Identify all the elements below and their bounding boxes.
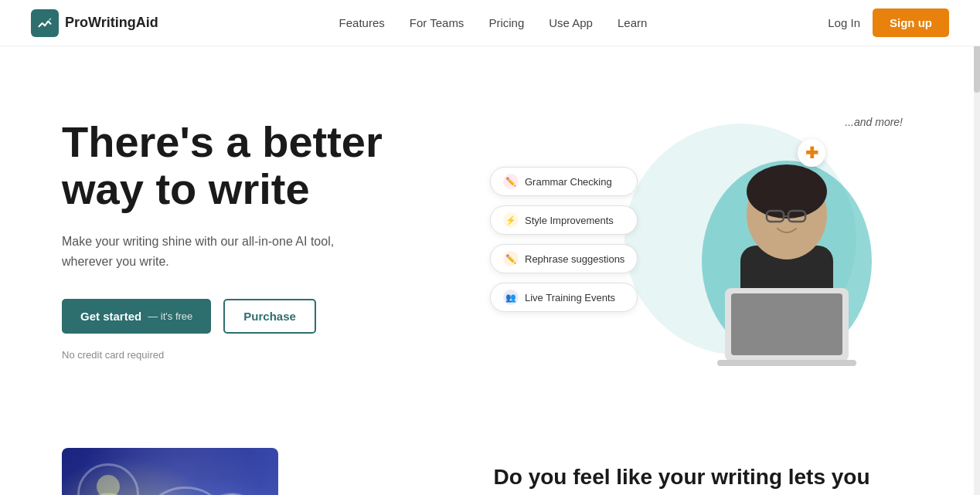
brand-logo-icon bbox=[31, 9, 59, 37]
login-button[interactable]: Log In bbox=[828, 16, 860, 29]
feature-pills: ✏️ Grammar Checking ⚡ Style Improvements… bbox=[490, 167, 638, 312]
brand-name: ProWritingAid bbox=[65, 15, 158, 31]
hero-title: There's a better way to write bbox=[62, 118, 464, 213]
pill-style-label: Style Improvements bbox=[525, 215, 614, 226]
hero-visual: ...and more! ✚ ✏️ Grammar Checking ⚡ Sty… bbox=[490, 93, 918, 386]
svg-rect-9 bbox=[717, 360, 856, 366]
plus-icon: ✚ bbox=[805, 144, 818, 162]
nav-link-learn[interactable]: Learn bbox=[618, 16, 647, 29]
section2-text: Do you feel like your writing lets you d… bbox=[494, 448, 918, 495]
svg-point-10 bbox=[97, 475, 120, 495]
add-icon-badge: ✚ bbox=[798, 139, 825, 167]
hero-title-line2: way to write bbox=[62, 164, 310, 213]
hero-person-figure bbox=[694, 107, 880, 372]
pill-training: 👥 Live Training Events bbox=[490, 283, 638, 312]
pill-training-label: Live Training Events bbox=[525, 292, 615, 303]
svg-rect-8 bbox=[731, 293, 842, 355]
nav-link-features[interactable]: Features bbox=[339, 16, 385, 29]
no-credit-card-text: No credit card required bbox=[62, 349, 464, 361]
section2: My idea in my head Do you feel like your… bbox=[0, 417, 980, 495]
pill-grammar-label: Grammar Checking bbox=[525, 176, 612, 188]
get-started-button[interactable]: Get started — it's free bbox=[62, 299, 211, 334]
section2-title: Do you feel like your writing lets you d… bbox=[494, 463, 918, 495]
rephrase-icon: ✏️ bbox=[503, 251, 519, 266]
scrollbar[interactable] bbox=[974, 0, 980, 495]
hero-text: There's a better way to write Make your … bbox=[62, 118, 464, 361]
pill-grammar: ✏️ Grammar Checking bbox=[490, 167, 638, 196]
hero-section: There's a better way to write Make your … bbox=[0, 46, 980, 417]
hero-subtitle: Make your writing shine with our all-in-… bbox=[62, 232, 356, 271]
get-started-label: Get started bbox=[80, 310, 141, 323]
hero-buttons: Get started — it's free Purchase bbox=[62, 299, 464, 334]
nav-item-for-teams[interactable]: For Teams bbox=[410, 16, 464, 30]
section2-visual: My idea in my head bbox=[62, 448, 447, 495]
nav-actions: Log In Sign up bbox=[828, 8, 949, 37]
purchase-button[interactable]: Purchase bbox=[223, 299, 316, 334]
style-icon: ⚡ bbox=[503, 212, 519, 228]
nav-link-pricing[interactable]: Pricing bbox=[488, 16, 524, 29]
svg-point-3 bbox=[747, 164, 827, 219]
training-icon: 👥 bbox=[503, 290, 519, 305]
nav-item-pricing[interactable]: Pricing bbox=[488, 16, 524, 30]
nav-item-features[interactable]: Features bbox=[339, 16, 385, 30]
navbar: ProWritingAid Features For Teams Pricing… bbox=[0, 0, 980, 46]
pill-rephrase-label: Rephrase suggestions bbox=[525, 253, 624, 265]
brand[interactable]: ProWritingAid bbox=[31, 9, 158, 37]
hero-title-line1: There's a better bbox=[62, 117, 383, 166]
free-label: — it's free bbox=[148, 310, 192, 322]
nav-menu: Features For Teams Pricing Use App Learn bbox=[339, 16, 648, 30]
pill-rephrase: ✏️ Rephrase suggestions bbox=[490, 244, 638, 273]
painting-card-main bbox=[62, 448, 278, 495]
pill-style: ⚡ Style Improvements bbox=[490, 205, 638, 235]
nav-item-use-app[interactable]: Use App bbox=[549, 16, 593, 30]
grammar-icon: ✏️ bbox=[503, 174, 519, 189]
signup-button[interactable]: Sign up bbox=[873, 8, 949, 37]
nav-link-for-teams[interactable]: For Teams bbox=[410, 16, 464, 29]
nav-item-learn[interactable]: Learn bbox=[618, 16, 647, 30]
nav-link-use-app[interactable]: Use App bbox=[549, 16, 593, 29]
